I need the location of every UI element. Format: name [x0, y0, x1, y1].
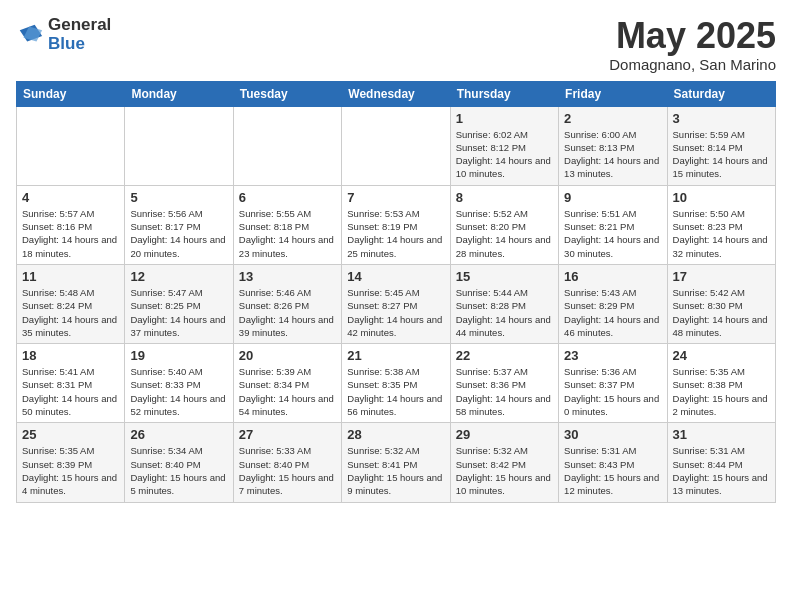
day-cell: 18Sunrise: 5:41 AMSunset: 8:31 PMDayligh…: [17, 344, 125, 423]
calendar-body: 1Sunrise: 6:02 AMSunset: 8:12 PMDaylight…: [17, 106, 776, 502]
week-row-5: 25Sunrise: 5:35 AMSunset: 8:39 PMDayligh…: [17, 423, 776, 502]
day-cell: 11Sunrise: 5:48 AMSunset: 8:24 PMDayligh…: [17, 264, 125, 343]
day-number: 22: [456, 348, 553, 363]
day-number: 30: [564, 427, 661, 442]
day-number: 18: [22, 348, 119, 363]
day-cell: 24Sunrise: 5:35 AMSunset: 8:38 PMDayligh…: [667, 344, 775, 423]
day-cell: 10Sunrise: 5:50 AMSunset: 8:23 PMDayligh…: [667, 185, 775, 264]
day-info: Sunrise: 5:37 AMSunset: 8:36 PMDaylight:…: [456, 365, 553, 418]
week-row-1: 1Sunrise: 6:02 AMSunset: 8:12 PMDaylight…: [17, 106, 776, 185]
title-block: May 2025 Domagnano, San Marino: [609, 16, 776, 73]
day-cell: 22Sunrise: 5:37 AMSunset: 8:36 PMDayligh…: [450, 344, 558, 423]
day-info: Sunrise: 5:35 AMSunset: 8:38 PMDaylight:…: [673, 365, 770, 418]
day-info: Sunrise: 5:36 AMSunset: 8:37 PMDaylight:…: [564, 365, 661, 418]
logo-general: General: [48, 16, 111, 35]
header-saturday: Saturday: [667, 81, 775, 106]
day-cell: 20Sunrise: 5:39 AMSunset: 8:34 PMDayligh…: [233, 344, 341, 423]
day-info: Sunrise: 5:48 AMSunset: 8:24 PMDaylight:…: [22, 286, 119, 339]
day-number: 24: [673, 348, 770, 363]
day-cell: 31Sunrise: 5:31 AMSunset: 8:44 PMDayligh…: [667, 423, 775, 502]
day-info: Sunrise: 5:38 AMSunset: 8:35 PMDaylight:…: [347, 365, 444, 418]
day-number: 6: [239, 190, 336, 205]
day-info: Sunrise: 5:31 AMSunset: 8:43 PMDaylight:…: [564, 444, 661, 497]
day-number: 7: [347, 190, 444, 205]
day-cell: 12Sunrise: 5:47 AMSunset: 8:25 PMDayligh…: [125, 264, 233, 343]
day-info: Sunrise: 5:44 AMSunset: 8:28 PMDaylight:…: [456, 286, 553, 339]
day-number: 3: [673, 111, 770, 126]
day-number: 16: [564, 269, 661, 284]
day-info: Sunrise: 5:55 AMSunset: 8:18 PMDaylight:…: [239, 207, 336, 260]
logo-blue: Blue: [48, 35, 111, 54]
month-title: May 2025: [609, 16, 776, 56]
day-cell: 15Sunrise: 5:44 AMSunset: 8:28 PMDayligh…: [450, 264, 558, 343]
page-header: General Blue May 2025 Domagnano, San Mar…: [16, 16, 776, 73]
day-cell: 30Sunrise: 5:31 AMSunset: 8:43 PMDayligh…: [559, 423, 667, 502]
day-number: 31: [673, 427, 770, 442]
day-info: Sunrise: 5:52 AMSunset: 8:20 PMDaylight:…: [456, 207, 553, 260]
day-info: Sunrise: 5:42 AMSunset: 8:30 PMDaylight:…: [673, 286, 770, 339]
day-number: 1: [456, 111, 553, 126]
week-row-2: 4Sunrise: 5:57 AMSunset: 8:16 PMDaylight…: [17, 185, 776, 264]
logo-icon: [16, 21, 44, 49]
day-number: 25: [22, 427, 119, 442]
day-cell: 21Sunrise: 5:38 AMSunset: 8:35 PMDayligh…: [342, 344, 450, 423]
day-number: 15: [456, 269, 553, 284]
header-tuesday: Tuesday: [233, 81, 341, 106]
day-cell: 9Sunrise: 5:51 AMSunset: 8:21 PMDaylight…: [559, 185, 667, 264]
day-cell: 13Sunrise: 5:46 AMSunset: 8:26 PMDayligh…: [233, 264, 341, 343]
day-cell: 25Sunrise: 5:35 AMSunset: 8:39 PMDayligh…: [17, 423, 125, 502]
day-cell: 8Sunrise: 5:52 AMSunset: 8:20 PMDaylight…: [450, 185, 558, 264]
header-thursday: Thursday: [450, 81, 558, 106]
header-sunday: Sunday: [17, 81, 125, 106]
day-info: Sunrise: 5:35 AMSunset: 8:39 PMDaylight:…: [22, 444, 119, 497]
day-number: 10: [673, 190, 770, 205]
week-row-4: 18Sunrise: 5:41 AMSunset: 8:31 PMDayligh…: [17, 344, 776, 423]
day-cell: [17, 106, 125, 185]
calendar-table: Sunday Monday Tuesday Wednesday Thursday…: [16, 81, 776, 503]
day-info: Sunrise: 5:50 AMSunset: 8:23 PMDaylight:…: [673, 207, 770, 260]
day-number: 12: [130, 269, 227, 284]
day-cell: 17Sunrise: 5:42 AMSunset: 8:30 PMDayligh…: [667, 264, 775, 343]
day-info: Sunrise: 5:40 AMSunset: 8:33 PMDaylight:…: [130, 365, 227, 418]
day-number: 13: [239, 269, 336, 284]
day-number: 28: [347, 427, 444, 442]
day-cell: 7Sunrise: 5:53 AMSunset: 8:19 PMDaylight…: [342, 185, 450, 264]
day-number: 5: [130, 190, 227, 205]
day-cell: 28Sunrise: 5:32 AMSunset: 8:41 PMDayligh…: [342, 423, 450, 502]
logo: General Blue: [16, 16, 111, 53]
day-cell: [125, 106, 233, 185]
day-number: 14: [347, 269, 444, 284]
day-cell: 14Sunrise: 5:45 AMSunset: 8:27 PMDayligh…: [342, 264, 450, 343]
day-info: Sunrise: 5:32 AMSunset: 8:42 PMDaylight:…: [456, 444, 553, 497]
day-info: Sunrise: 5:41 AMSunset: 8:31 PMDaylight:…: [22, 365, 119, 418]
day-info: Sunrise: 5:59 AMSunset: 8:14 PMDaylight:…: [673, 128, 770, 181]
day-number: 23: [564, 348, 661, 363]
header-friday: Friday: [559, 81, 667, 106]
day-number: 19: [130, 348, 227, 363]
header-wednesday: Wednesday: [342, 81, 450, 106]
day-number: 20: [239, 348, 336, 363]
week-row-3: 11Sunrise: 5:48 AMSunset: 8:24 PMDayligh…: [17, 264, 776, 343]
day-cell: 3Sunrise: 5:59 AMSunset: 8:14 PMDaylight…: [667, 106, 775, 185]
day-info: Sunrise: 5:43 AMSunset: 8:29 PMDaylight:…: [564, 286, 661, 339]
day-cell: 23Sunrise: 5:36 AMSunset: 8:37 PMDayligh…: [559, 344, 667, 423]
day-info: Sunrise: 5:56 AMSunset: 8:17 PMDaylight:…: [130, 207, 227, 260]
day-cell: [342, 106, 450, 185]
header-monday: Monday: [125, 81, 233, 106]
day-cell: 29Sunrise: 5:32 AMSunset: 8:42 PMDayligh…: [450, 423, 558, 502]
day-cell: 5Sunrise: 5:56 AMSunset: 8:17 PMDaylight…: [125, 185, 233, 264]
day-cell: 4Sunrise: 5:57 AMSunset: 8:16 PMDaylight…: [17, 185, 125, 264]
logo-text: General Blue: [48, 16, 111, 53]
day-info: Sunrise: 5:39 AMSunset: 8:34 PMDaylight:…: [239, 365, 336, 418]
day-number: 27: [239, 427, 336, 442]
day-info: Sunrise: 5:57 AMSunset: 8:16 PMDaylight:…: [22, 207, 119, 260]
day-number: 2: [564, 111, 661, 126]
header-row: Sunday Monday Tuesday Wednesday Thursday…: [17, 81, 776, 106]
day-info: Sunrise: 5:34 AMSunset: 8:40 PMDaylight:…: [130, 444, 227, 497]
day-info: Sunrise: 5:47 AMSunset: 8:25 PMDaylight:…: [130, 286, 227, 339]
day-cell: 19Sunrise: 5:40 AMSunset: 8:33 PMDayligh…: [125, 344, 233, 423]
day-number: 21: [347, 348, 444, 363]
day-number: 17: [673, 269, 770, 284]
day-cell: 1Sunrise: 6:02 AMSunset: 8:12 PMDaylight…: [450, 106, 558, 185]
day-info: Sunrise: 6:00 AMSunset: 8:13 PMDaylight:…: [564, 128, 661, 181]
